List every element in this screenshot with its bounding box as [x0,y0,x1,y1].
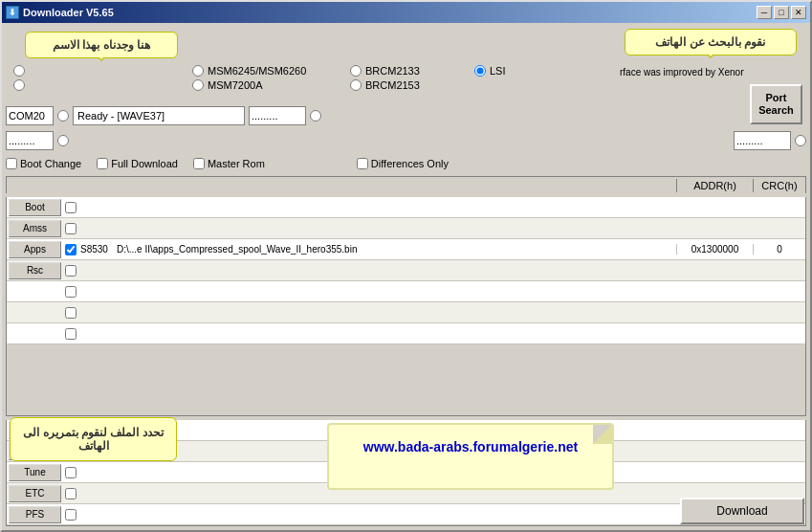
row-checkbox-4[interactable] [65,286,77,298]
dotted-input-2[interactable] [734,131,791,150]
checkbox-differences-only[interactable] [357,158,368,169]
row-btn-apps[interactable]: Apps [9,241,61,258]
row-btn-rsc[interactable]: Rsc [9,262,61,279]
table-row: Amss [7,218,805,239]
radio-msm2[interactable] [192,79,204,91]
com-input-2[interactable] [6,131,54,150]
forum-url: www.bada-arabs.forumalgerie.net [363,439,578,454]
com-port-input[interactable] [6,106,54,125]
table-row: Boot [7,197,805,218]
minimize-button[interactable]: ─ [757,6,772,19]
label-master-rom: Master Rom [208,158,265,169]
bottom-btn-pfs[interactable]: PFS [9,506,61,523]
port-search-label: PortSearch [758,92,794,117]
row-checkbox-0[interactable] [65,202,77,213]
row-crc: 0 [753,244,805,255]
bottom-btn-tune[interactable]: Tune [9,464,61,481]
radio-2[interactable] [13,79,25,91]
table-row [7,281,805,302]
status-input[interactable] [73,106,245,125]
window-title: Downloader V5.65 [23,7,114,18]
radio-msm2-row: MSM7200A [192,79,306,91]
check-full-download: Full Download [97,158,178,169]
row-checkbox-6[interactable] [65,328,77,340]
header-addr: ADDR(h) [676,179,753,192]
radio-brcm2-row: BRCM2153 [350,79,420,91]
dotted-input-1[interactable] [249,106,306,125]
row-addr: 0x1300000 [676,244,753,255]
com-row-2 [6,130,806,151]
row-checkbox-3[interactable] [65,265,77,277]
row-checkbox-2[interactable] [65,244,77,255]
table-row [7,302,805,323]
radio-lsi-row: LSI [474,65,506,77]
radio-brcm1[interactable] [350,65,362,77]
callout-left-text: هنا وجدناه بهذا الاسم [53,38,150,52]
callout-right: نقوم بالبحث عن الهاتف [625,29,797,55]
callout-bottom-left: تحدد الملف لنقوم بتمريره الىالهاتف [10,417,177,461]
table-row: Rsc [7,260,805,281]
title-bar: ⬇ Downloader V5.65 ─ □ ✕ [2,2,810,23]
download-button[interactable]: Download [680,498,804,524]
com-row-1 [6,105,806,126]
checkbox-master-rom[interactable] [193,158,205,169]
close-button[interactable]: ✕ [791,6,806,19]
main-table: Boot Amss Apps S8530 D:\...e II\apps_Com… [6,197,806,416]
port-search-button[interactable]: PortSearch [750,84,802,124]
title-bar-text: ⬇ Downloader V5.65 [6,6,114,19]
bottom-btn-etc[interactable]: ETC [9,485,61,502]
maximize-button[interactable]: □ [774,6,789,19]
table-row [7,323,805,344]
info-text: rface was improved by Xenon--- [620,67,744,78]
radio-lsi[interactable] [474,65,486,77]
radio-brcm1-row: BRCM2133 [350,65,420,77]
radio-lsi-label: LSI [490,65,506,77]
main-window: ⬇ Downloader V5.65 ─ □ ✕ هنا وجدناه بهذا… [0,0,812,532]
row-file: D:\...e II\apps_Compressed_spool_Wave_II… [115,244,676,255]
check-master-rom: Master Rom [193,158,265,169]
label-differences-only: Differences Only [371,158,449,169]
header-crc: CRC(h) [753,179,805,192]
radio-msm1[interactable] [192,65,204,77]
check-boot-change: Boot Change [6,158,81,169]
com-radio-1[interactable] [57,110,69,122]
radio-1[interactable] [13,65,25,77]
row-checkbox-5[interactable] [65,307,77,319]
row-checkbox-1[interactable] [65,223,77,234]
table-header: ADDR(h) CRC(h) [6,176,806,193]
com-radio-2[interactable] [310,110,321,122]
com-radio-4[interactable] [795,135,806,146]
window-content: هنا وجدناه بهذا الاسم نقوم بالبحث عن اله… [2,23,810,530]
radio-row-2 [13,79,25,91]
checkboxes-row: Boot Change Full Download Master Rom Dif… [6,155,806,172]
com-radio-3[interactable] [57,135,69,146]
callout-fold [593,425,612,444]
label-boot-change: Boot Change [20,158,81,169]
radio-brcm1-label: BRCM2133 [365,65,420,77]
radio-brcm2-label: BRCM2153 [365,79,420,91]
radio-msm1-row: MSM6245/MSM6260 [192,65,306,77]
table-row: Apps S8530 D:\...e II\apps_Compressed_sp… [7,239,805,260]
row-btn-amss[interactable]: Amss [9,220,61,237]
checkbox-full-download[interactable] [97,158,108,169]
label-full-download: Full Download [111,158,178,169]
check-differences-only: Differences Only [357,158,449,169]
title-buttons: ─ □ ✕ [757,6,806,19]
row-code: S8530 [78,244,115,255]
row-btn-boot[interactable]: Boot [9,199,61,216]
callout-bottom-left-text: تحدد الملف لنقوم بتمريره الىالهاتف [23,426,163,453]
bottom-checkbox-2[interactable] [65,467,77,478]
radio-msm2-label: MSM7200A [208,79,262,91]
callout-right-text: نقوم بالبحث عن الهاتف [655,35,765,49]
download-label: Download [716,504,767,518]
radio-brcm2[interactable] [350,79,362,91]
radio-row-1 [13,65,25,77]
top-section: هنا وجدناه بهذا الاسم نقوم بالبحث عن اله… [6,27,806,103]
bottom-checkbox-4[interactable] [65,509,77,521]
bottom-checkbox-3[interactable] [65,488,77,499]
checkbox-boot-change[interactable] [6,158,17,169]
app-icon: ⬇ [6,6,19,19]
radio-msm1-label: MSM6245/MSM6260 [208,65,306,77]
callout-left: هنا وجدناه بهذا الاسم [25,32,178,58]
forum-callout: www.bada-arabs.forumalgerie.net [327,423,614,490]
